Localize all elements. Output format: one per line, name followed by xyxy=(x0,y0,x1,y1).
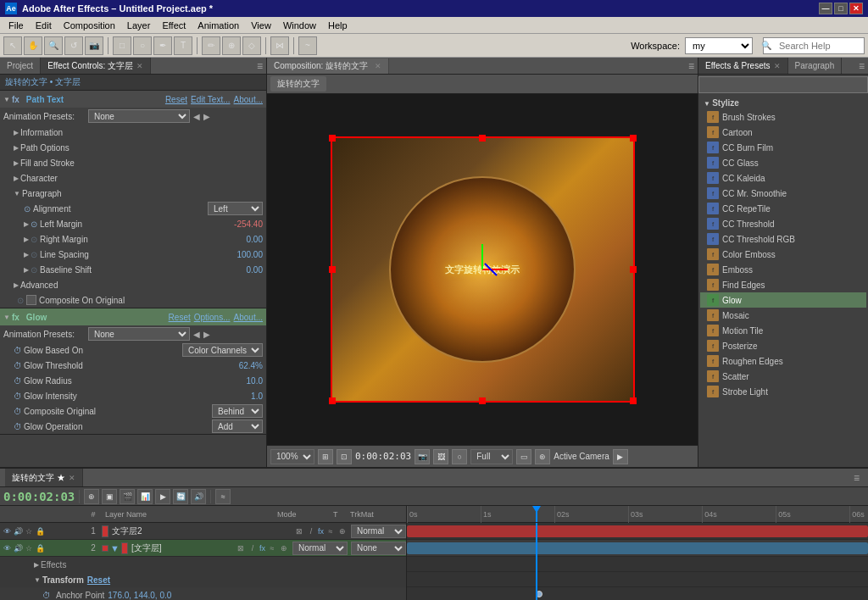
left-margin-value[interactable]: -254.40 xyxy=(234,219,263,229)
effect-cc-kaleida[interactable]: f CC Kaleida xyxy=(700,170,866,186)
tool-paint[interactable]: ✏ xyxy=(202,36,220,55)
comp-tab[interactable]: Composition: 旋转的文字 ✕ xyxy=(267,58,389,74)
anchor-stopwatch[interactable]: ⏱ xyxy=(42,591,51,600)
tl-graph[interactable]: 📊 xyxy=(137,489,153,504)
information-section[interactable]: ▶ Information xyxy=(0,125,266,140)
effects-presets-close[interactable]: ✕ xyxy=(774,62,781,70)
layer-1-adjust[interactable]: ⊕ xyxy=(337,526,348,536)
glow-presets-prev[interactable]: ◀ xyxy=(193,330,200,339)
layer-2-lock[interactable]: 🔒 xyxy=(35,543,45,553)
layer-1-audio[interactable]: 🔊 xyxy=(13,526,23,536)
tl-loop[interactable]: 🔄 xyxy=(173,489,188,504)
left-panel-menu[interactable]: ≡ xyxy=(253,60,266,72)
layer-2-adjust[interactable]: ⊕ xyxy=(279,543,289,553)
effect-mosaic[interactable]: f Mosaic xyxy=(700,308,866,323)
effect-cc-mr-smoothie[interactable]: f CC Mr. Smoothie xyxy=(700,186,866,201)
effect-roughen-edges[interactable]: f Roughen Edges xyxy=(700,353,866,369)
glow-threshold-value[interactable]: 62.4% xyxy=(239,361,263,370)
glow-op-stopwatch[interactable]: ⏱ xyxy=(14,422,22,431)
effect-motion-tile[interactable]: f Motion Tile xyxy=(700,323,866,338)
comp-snapshot-btn[interactable]: 📷 xyxy=(415,449,430,464)
menu-view[interactable]: View xyxy=(246,19,276,32)
effect-cc-glass[interactable]: f CC Glass xyxy=(700,155,866,170)
zoom-select[interactable]: 100% xyxy=(270,449,314,464)
comp-channel-btn[interactable]: ○ xyxy=(452,449,467,464)
right-panel-menu[interactable]: ≡ xyxy=(855,60,868,72)
layer-2-expand[interactable]: ▼ xyxy=(110,543,120,553)
effect-find-edges[interactable]: f Find Edges xyxy=(700,277,866,292)
effect-cc-burn-film[interactable]: f CC Burn Film xyxy=(700,140,866,155)
menu-window[interactable]: Window xyxy=(278,19,321,32)
tl-render[interactable]: 🎬 xyxy=(120,489,135,504)
glow-threshold-stopwatch[interactable]: ⏱ xyxy=(14,361,22,370)
quality-select[interactable]: Full xyxy=(470,449,513,464)
layer-2-solo[interactable]: ☆ xyxy=(24,543,34,553)
fit-comp-btn[interactable]: ⊞ xyxy=(318,449,333,464)
handle-tc[interactable] xyxy=(479,135,486,142)
handle-tl[interactable] xyxy=(329,135,336,142)
handle-tr[interactable] xyxy=(630,135,637,142)
path-text-presets-select[interactable]: None xyxy=(88,109,190,123)
advanced-section[interactable]: ▶ Advanced xyxy=(0,277,266,292)
effect-cc-repetile[interactable]: f CC RepeTile xyxy=(700,201,866,216)
tool-mask-ellipse[interactable]: ○ xyxy=(133,36,152,55)
glow-reset[interactable]: Reset xyxy=(169,313,191,322)
track-1[interactable] xyxy=(407,523,868,540)
layer-2-mode-select[interactable]: Normal xyxy=(292,542,348,555)
path-text-about[interactable]: About... xyxy=(234,95,263,104)
timeline-tab-close[interactable]: ✕ xyxy=(69,474,75,482)
menu-help[interactable]: Help xyxy=(323,19,353,32)
tool-zoom[interactable]: 🔍 xyxy=(44,36,63,55)
glow-radius-value[interactable]: 10.0 xyxy=(247,376,263,386)
maximize-button[interactable]: □ xyxy=(834,3,848,14)
glow-based-on-stopwatch[interactable]: ⏱ xyxy=(14,346,22,355)
glow-intensity-stopwatch[interactable]: ⏱ xyxy=(14,392,22,401)
layer-2-quality[interactable]: / xyxy=(248,543,258,553)
layer-2-collapse[interactable]: ⊠ xyxy=(236,543,246,553)
alignment-select[interactable]: Left xyxy=(208,202,263,215)
tool-motion-sketch[interactable]: ~ xyxy=(298,36,317,55)
path-text-presets-prev[interactable]: ◀ xyxy=(193,112,200,121)
comp-tab-close[interactable]: ✕ xyxy=(375,62,381,70)
menu-animation[interactable]: Animation xyxy=(192,19,244,32)
tool-camera[interactable]: 📷 xyxy=(85,36,103,55)
path-text-edit[interactable]: Edit Text... xyxy=(191,95,231,104)
menu-layer[interactable]: Layer xyxy=(122,19,156,32)
glow-based-on-select[interactable]: Color Channels xyxy=(182,343,263,357)
tl-audio[interactable]: 🔊 xyxy=(191,489,206,504)
close-button[interactable]: ✕ xyxy=(849,3,863,14)
comp-name-label[interactable]: 旋转的文字 xyxy=(270,76,326,92)
effect-emboss[interactable]: f Emboss xyxy=(700,262,866,277)
tool-puppet[interactable]: ⋈ xyxy=(270,36,289,55)
composite-original-select[interactable]: Behind xyxy=(212,404,263,418)
layer-1-collapse[interactable]: ⊠ xyxy=(294,526,304,536)
tl-solo[interactable]: ⊕ xyxy=(84,489,99,504)
glow-presets-next[interactable]: ▶ xyxy=(203,330,210,339)
tool-mask-rect[interactable]: □ xyxy=(113,36,131,55)
search-help-input[interactable] xyxy=(763,37,865,54)
menu-composition[interactable]: Composition xyxy=(58,19,120,32)
effect-cartoon[interactable]: f Cartoon xyxy=(700,125,866,140)
path-text-collapse[interactable]: ▼ xyxy=(3,96,10,103)
tl-play[interactable]: ▶ xyxy=(155,489,170,504)
tab-project[interactable]: Project xyxy=(0,58,41,74)
tool-pen[interactable]: ✒ xyxy=(153,36,172,55)
layer-2-motblur[interactable]: ≈ xyxy=(267,543,277,553)
glow-options[interactable]: Options... xyxy=(194,313,231,322)
fill-stroke-section[interactable]: ▶ Fill and Stroke xyxy=(0,155,266,170)
tab-effect-controls[interactable]: Effect Controls: 文字层 ✕ xyxy=(41,58,151,74)
tool-rotate[interactable]: ↺ xyxy=(64,36,83,55)
path-text-reset[interactable]: Reset xyxy=(165,95,187,104)
path-text-presets-next[interactable]: ▶ xyxy=(203,112,210,121)
handle-br[interactable] xyxy=(630,397,637,404)
layer-2-trkmat-select[interactable]: None xyxy=(351,542,406,555)
effect-scatter[interactable]: f Scatter xyxy=(700,369,866,384)
effect-brush-strokes[interactable]: f Brush Strokes xyxy=(700,109,866,125)
effect-posterize[interactable]: f Posterize xyxy=(700,338,866,353)
comp-snap-btn[interactable]: ⊡ xyxy=(337,449,352,464)
timeline-menu[interactable]: ≡ xyxy=(850,472,863,484)
comp-orig-stopwatch[interactable]: ⏱ xyxy=(14,407,22,416)
handle-bc[interactable] xyxy=(479,397,486,404)
layer-1-fx-btn[interactable]: fx xyxy=(318,527,324,536)
right-margin-value[interactable]: 0.00 xyxy=(247,235,263,244)
